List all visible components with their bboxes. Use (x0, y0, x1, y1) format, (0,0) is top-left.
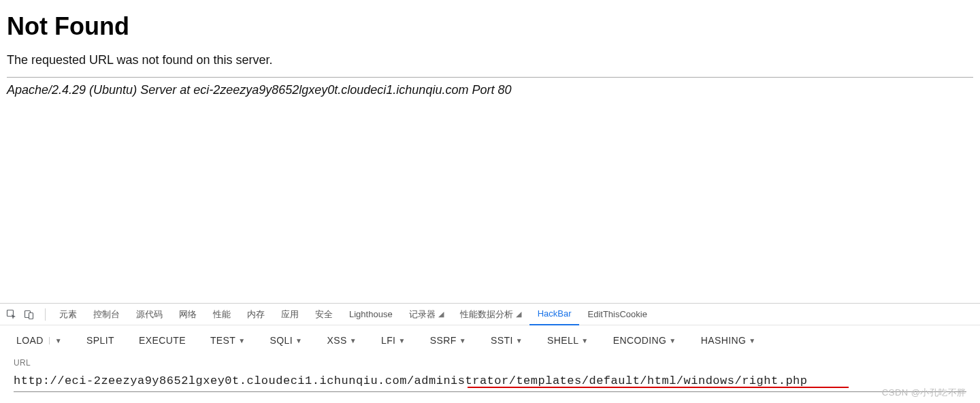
tab-console[interactable]: 控制台 (85, 304, 128, 325)
hashing-button[interactable]: HASHING ▼ (698, 331, 759, 350)
test-button[interactable]: TEST ▼ (208, 331, 248, 350)
tab-elements[interactable]: 元素 (51, 304, 85, 325)
error-title: Not Found (7, 12, 973, 41)
tab-lighthouse[interactable]: Lighthouse (341, 304, 401, 325)
tab-perf-insights[interactable]: 性能数据分析 ◢ (452, 304, 529, 325)
shell-label: SHELL (547, 335, 578, 346)
chevron-down-icon: ▼ (398, 337, 405, 344)
divider (7, 77, 973, 78)
encoding-label: ENCODING (613, 335, 667, 346)
ssrf-button[interactable]: SSRF ▼ (427, 331, 469, 350)
tab-recorder-label: 记录器 (409, 308, 436, 321)
chevron-down-icon[interactable]: ▼ (49, 337, 62, 344)
chevron-down-icon: ▼ (669, 337, 676, 344)
svg-rect-2 (29, 312, 33, 319)
lfi-label: LFI (381, 335, 395, 346)
devtools-panel: 元素 控制台 源代码 网络 性能 内存 应用 安全 Lighthouse 记录器… (0, 303, 980, 403)
sqli-label: SQLI (270, 335, 293, 346)
hashing-label: HASHING (701, 335, 747, 346)
chevron-down-icon: ▼ (516, 337, 523, 344)
test-label: TEST (210, 335, 235, 346)
chevron-down-icon: ▼ (459, 337, 466, 344)
sqli-button[interactable]: SQLI ▼ (267, 331, 306, 350)
split-button[interactable]: SPLIT (84, 331, 117, 350)
ssti-button[interactable]: SSTI ▼ (488, 331, 525, 350)
server-signature: Apache/2.4.29 (Ubuntu) Server at eci-2ze… (7, 83, 973, 97)
ssrf-label: SSRF (430, 335, 457, 346)
tab-security[interactable]: 安全 (307, 304, 341, 325)
tab-network[interactable]: 网络 (171, 304, 205, 325)
pin-icon: ◢ (516, 310, 521, 319)
url-input[interactable] (14, 372, 966, 392)
url-label: URL (14, 358, 966, 368)
load-label: LOAD (16, 335, 44, 346)
tab-perf-insights-label: 性能数据分析 (460, 308, 513, 321)
url-section: URL (0, 355, 980, 403)
tab-application[interactable]: 应用 (273, 304, 307, 325)
tab-memory[interactable]: 内存 (239, 304, 273, 325)
execute-button[interactable]: EXECUTE (136, 331, 189, 350)
chevron-down-icon: ▼ (350, 337, 357, 344)
error-page-content: Not Found The requested URL was not foun… (0, 0, 980, 103)
shell-button[interactable]: SHELL ▼ (544, 331, 591, 350)
tab-editthiscookie[interactable]: EditThisCookie (579, 304, 655, 325)
chevron-down-icon: ▼ (295, 337, 302, 344)
watermark: CSDN @小孔吃不胖 (882, 387, 966, 399)
tab-recorder[interactable]: 记录器 ◢ (401, 304, 452, 325)
load-button[interactable]: LOAD ▼ (14, 331, 65, 350)
tab-hackbar[interactable]: HackBar (529, 304, 580, 325)
chevron-down-icon: ▼ (581, 337, 588, 344)
devtools-tabbar: 元素 控制台 源代码 网络 性能 内存 应用 安全 Lighthouse 记录器… (0, 304, 980, 325)
inspect-icon[interactable] (4, 307, 19, 322)
tab-performance[interactable]: 性能 (205, 304, 239, 325)
device-toggle-icon[interactable] (22, 307, 37, 322)
chevron-down-icon: ▼ (749, 337, 755, 344)
lfi-button[interactable]: LFI ▼ (378, 331, 408, 350)
xss-label: XSS (327, 335, 346, 346)
tab-sources[interactable]: 源代码 (128, 304, 171, 325)
tabbar-separator (45, 308, 46, 321)
encoding-button[interactable]: ENCODING ▼ (610, 331, 679, 350)
url-highlight-underline (468, 387, 849, 388)
error-message: The requested URL was not found on this … (7, 53, 973, 67)
hackbar-toolbar: LOAD ▼ SPLIT EXECUTE TEST ▼ SQLI ▼ XSS ▼… (0, 325, 980, 355)
ssti-label: SSTI (491, 335, 513, 346)
pin-icon: ◢ (438, 310, 444, 319)
chevron-down-icon: ▼ (238, 337, 245, 344)
xss-button[interactable]: XSS ▼ (324, 331, 359, 350)
